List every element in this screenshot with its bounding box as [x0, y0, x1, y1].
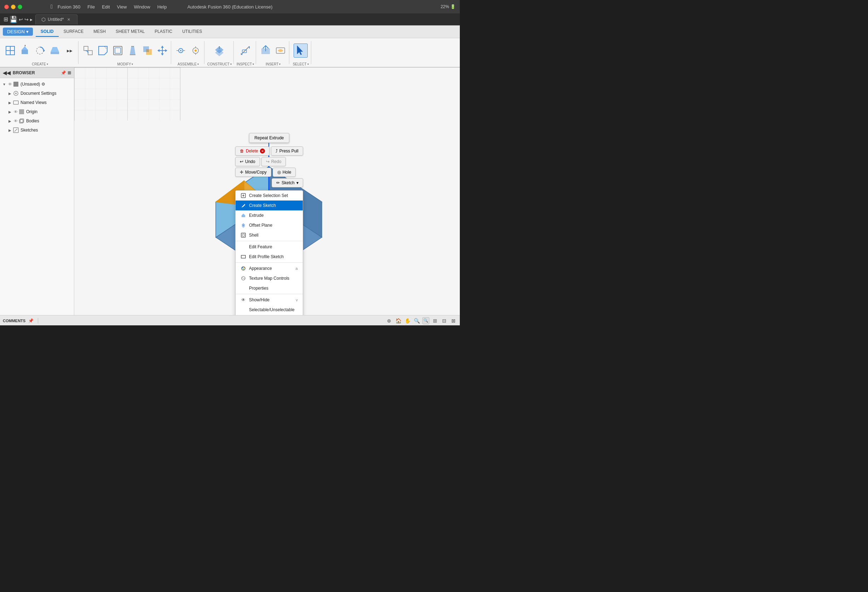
repeat-extrude-button[interactable]: Repeat Extrude [249, 133, 289, 143]
tab-plastic[interactable]: PLASTIC [150, 27, 177, 37]
tab-utilities[interactable]: UTILITIES [177, 27, 207, 37]
save-icon[interactable]: 💾 [10, 16, 17, 23]
tree-expand-doc-settings[interactable]: ▶ [7, 92, 13, 96]
menubar-view[interactable]: View [115, 3, 129, 10]
menu-item-create-selection-set[interactable]: Create Selection Set [236, 190, 303, 201]
menu-item-edit-feature[interactable]: Edit Feature [236, 242, 303, 252]
menubar-window[interactable]: Window [131, 3, 152, 10]
tree-item-origin[interactable]: ▶ 👁 Origin [0, 107, 74, 117]
sketch-dropdown-button[interactable]: ✏ Sketch ▾ [272, 178, 303, 187]
tab-close-button[interactable]: × [66, 17, 71, 22]
nav-home-icon[interactable]: 🏠 [395, 317, 402, 324]
browser-pin-icon[interactable]: 📌 [61, 70, 66, 75]
nav-zoom-icon[interactable]: 🔍 [413, 317, 420, 324]
move-copy-button[interactable]: ✛ Move/Copy [235, 168, 271, 177]
tree-item-sketches[interactable]: ▶ Sketches [0, 125, 74, 135]
browser-expand-icon[interactable]: ⊞ [68, 70, 71, 75]
tree-label-origin: Origin [26, 109, 37, 114]
new-joint-button[interactable] [174, 44, 187, 57]
tree-expand-sketches[interactable]: ▶ [7, 128, 13, 132]
revolve-button[interactable] [33, 44, 47, 57]
minimize-window-button[interactable] [11, 4, 16, 9]
move-button[interactable] [156, 44, 169, 57]
tab-solid[interactable]: SOLID [36, 27, 59, 37]
collapse-browser-icon[interactable]: ◀◀ [3, 70, 10, 76]
menubar-fusion360[interactable]: Fusion 360 [56, 3, 83, 10]
design-button[interactable]: DESIGN ▾ [3, 28, 33, 36]
tree-visible-unsaved[interactable]: 👁 [7, 82, 13, 86]
menu-item-shell[interactable]: Shell [236, 230, 303, 240]
shell-button[interactable] [111, 44, 124, 57]
combine-button[interactable] [141, 44, 154, 57]
tree-label-named-views: Named Views [21, 100, 47, 105]
menu-item-appearance[interactable]: Appearance a [236, 263, 303, 273]
extrude-button[interactable] [18, 44, 32, 57]
nav-origin-icon[interactable]: ⊕ [385, 317, 393, 324]
chamfer-button[interactable] [96, 44, 110, 57]
more-create-button[interactable]: ▶▶ [63, 44, 77, 57]
menu-item-offset-plane[interactable]: Offset Plane [236, 220, 303, 230]
tab-mesh[interactable]: MESH [89, 27, 111, 37]
fillet-button[interactable] [81, 44, 95, 57]
redo-button[interactable]: ↪ Redo [261, 157, 286, 166]
tree-item-named-views[interactable]: ▶ Named Views [0, 98, 74, 107]
menubar-file[interactable]: File [85, 3, 97, 10]
tree-expand-bodies[interactable]: ▶ [7, 119, 13, 123]
menu-item-create-sketch[interactable]: Create Sketch [236, 201, 303, 210]
press-pull-button[interactable]: ⤴ Press Pull [271, 146, 303, 156]
maximize-window-button[interactable] [18, 4, 22, 9]
modify-label[interactable]: MODIFY ▾ [117, 62, 133, 66]
toolbar-top: DESIGN ▾ SOLID SURFACE MESH SHEET METAL … [0, 25, 460, 38]
nav-pan-icon[interactable]: ✋ [404, 317, 411, 324]
select-button[interactable] [294, 43, 308, 58]
tree-item-bodies[interactable]: ▶ 👁 Bodies [0, 117, 74, 125]
menubar-edit[interactable]: Edit [100, 3, 112, 10]
grid-icon[interactable]: ⊞ [3, 16, 8, 23]
document-tab[interactable]: ⬡ Untitled* × [35, 15, 77, 24]
delete-button[interactable]: 🗑 Delete ✕ [235, 146, 270, 156]
tree-settings-unsaved[interactable]: ⚙ [41, 82, 45, 87]
decal-button[interactable] [274, 44, 287, 57]
insert-mesh-button[interactable] [259, 44, 272, 57]
inspect-label[interactable]: INSPECT ▾ [237, 62, 254, 66]
nav-display-mode-icon[interactable]: ⊞ [431, 317, 438, 324]
tree-expand-named-views[interactable]: ▶ [7, 101, 13, 105]
tab-surface[interactable]: SURFACE [59, 27, 89, 37]
nav-zoom-fit-icon[interactable]: 🔍 [422, 317, 430, 324]
nav-snap-icon[interactable]: ⊠ [450, 317, 457, 324]
close-window-button[interactable] [4, 4, 9, 9]
loft-button[interactable] [48, 44, 62, 57]
menu-item-selectable[interactable]: Selectable/Unselectable [236, 305, 303, 315]
menu-item-properties[interactable]: Properties [236, 283, 303, 293]
menu-item-extrude[interactable]: Extrude [236, 210, 303, 220]
menubar-help[interactable]: Help [155, 3, 169, 10]
tree-expand-unsaved[interactable]: ▼ [1, 83, 7, 86]
draft-button[interactable] [126, 44, 139, 57]
menu-item-edit-profile-sketch[interactable]: Edit Profile Sketch [236, 252, 303, 262]
insert-label[interactable]: INSERT ▾ [266, 62, 281, 66]
measure-button[interactable] [238, 44, 252, 57]
select-label[interactable]: SELECT ▾ [293, 62, 309, 66]
tree-visible-origin[interactable]: 👁 [13, 110, 18, 114]
bottom-pin-icon[interactable]: 📌 [28, 318, 34, 323]
tree-expand-origin[interactable]: ▶ [7, 110, 13, 114]
undo-button[interactable]: ↩ Undo [235, 157, 260, 166]
create-label[interactable]: CREATE ▾ [32, 62, 48, 66]
menu-item-texture-map[interactable]: Texture Map Controls [236, 273, 303, 283]
hole-button[interactable]: ◎ Hole [273, 168, 296, 177]
svg-marker-23 [161, 53, 164, 56]
tab-sheet-metal[interactable]: SHEET METAL [111, 27, 150, 37]
tree-item-unsaved[interactable]: ▼ 👁 (Unsaved) ⚙ [0, 80, 74, 89]
new-component-button[interactable] [3, 44, 17, 57]
offset-plane-button[interactable] [213, 44, 226, 57]
viewport[interactable]: Repeat Extrude 🗑 Delete ✕ ⤴ Press Pull ↩ [74, 68, 460, 315]
assemble-label[interactable]: ASSEMBLE ▾ [177, 62, 199, 66]
tree-visible-bodies[interactable]: 👁 [13, 119, 18, 123]
construct-label[interactable]: CONSTRUCT ▾ [207, 62, 232, 66]
nav-grid-icon[interactable]: ⊟ [441, 317, 448, 324]
joint-origin-button[interactable] [189, 44, 202, 57]
undo-icon[interactable]: ↩ [19, 17, 23, 22]
redo-icon[interactable]: ↪ [24, 17, 29, 22]
menu-item-show-hide[interactable]: 👁 Show/Hide v [236, 295, 303, 305]
tree-item-doc-settings[interactable]: ▶ Document Settings [0, 89, 74, 98]
